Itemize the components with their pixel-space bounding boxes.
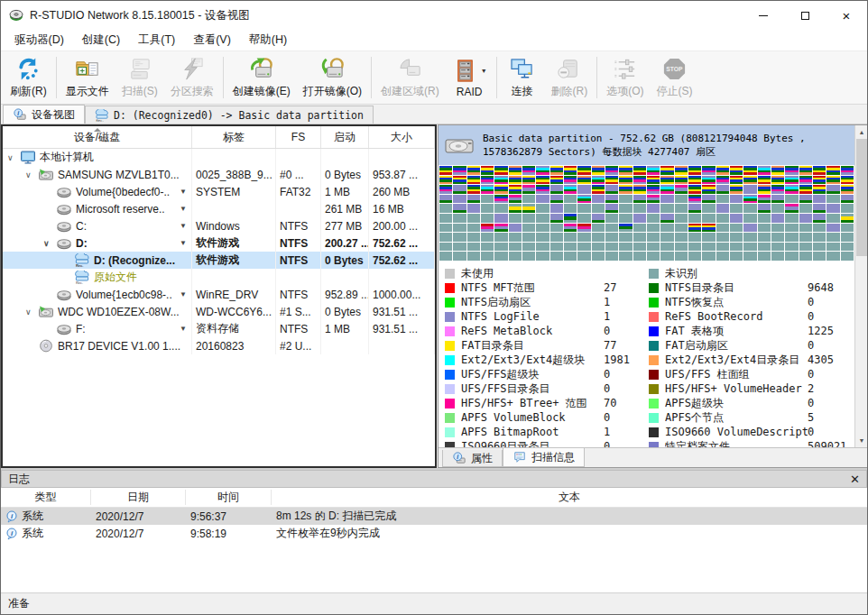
legend-value: 0 [808, 368, 853, 381]
legend-color-swatch [649, 384, 659, 394]
tree-row[interactable]: Rec.原始文件 [3, 269, 435, 286]
tree-column-header-2[interactable]: FS [276, 126, 321, 148]
block-cell [536, 243, 549, 252]
create-region-icon [397, 56, 423, 82]
block-cell [758, 252, 771, 261]
toolbar-button-show-files[interactable]: 显示文件 [60, 53, 115, 102]
toolbar-button-raid[interactable]: ▼RAID [446, 53, 494, 102]
tree-row[interactable]: C:▼WindowsNTFS277 MB200.00 ... [3, 217, 435, 234]
legend-item: NTFS启动扇区1 [445, 295, 649, 309]
collapse-chevron-icon[interactable]: ∨ [43, 239, 56, 248]
tree-row[interactable]: F:▼资料存储NTFS1 MB931.51 ... [3, 320, 435, 337]
tree-row[interactable]: ∨WDC WD10EZEX-08W...WD-WCC6Y6...#1 S...0… [3, 303, 435, 320]
tree-cell-fs [276, 269, 321, 286]
scan-block-map[interactable] [439, 165, 854, 262]
legend-label: 未使用 [461, 266, 604, 281]
toolbar-button-create-image[interactable]: 创建镜像(E) [226, 53, 297, 102]
block-cell [675, 195, 688, 204]
block-cell [467, 233, 480, 242]
tree-cell-label: SYSTEM [192, 183, 276, 200]
legend-value: 0 [604, 368, 649, 381]
block-cell [785, 214, 798, 223]
refresh-icon [15, 56, 42, 82]
collapse-chevron-icon[interactable]: ∨ [7, 153, 20, 162]
collapse-chevron-icon[interactable]: ∨ [25, 308, 38, 317]
log-column-header-3[interactable]: 文本 [272, 490, 867, 505]
block-cell [716, 185, 729, 194]
menu-item-drives[interactable]: 驱动器(D) [5, 30, 73, 50]
scan-tab-properties[interactable]: i属性 [442, 450, 503, 467]
svg-text:Rec.: Rec. [76, 280, 83, 284]
mount-dropdown-icon[interactable]: ▼ [180, 325, 189, 333]
log-column-header-2[interactable]: 时间 [186, 490, 272, 505]
collapse-chevron-icon[interactable]: ∨ [25, 170, 38, 179]
close-button[interactable]: × [826, 1, 867, 30]
log-column-header-0[interactable]: 类型 [1, 490, 91, 505]
menu-item-create[interactable]: 创建(C) [73, 30, 129, 50]
toolbar-button-refresh[interactable]: 刷新(R) [4, 53, 53, 102]
block-cell [494, 176, 507, 185]
tree-row[interactable]: Microsoft reserve..▼261 MB16 MB [3, 200, 435, 217]
scan-tab-label: 属性 [471, 451, 493, 466]
block-cell [758, 195, 771, 204]
block-cell [675, 243, 688, 252]
tree-cell-boot: 1 MB [321, 183, 369, 200]
legend-color-swatch [649, 298, 659, 308]
tab-recognized-partition[interactable]: Rec.D: (Recognized0) -> Basic data parti… [85, 106, 374, 124]
block-cell [550, 224, 563, 233]
menu-item-view[interactable]: 查看(V) [184, 30, 240, 50]
mount-dropdown-icon[interactable]: ▼ [180, 222, 189, 230]
dropdown-arrow-icon[interactable]: ▼ [481, 68, 487, 74]
scrollbar-up-arrow-icon[interactable]: ▲ [855, 125, 868, 139]
block-cell [716, 204, 729, 213]
tree-row[interactable]: Volume{0bedecf0-..▼SYSTEMFAT321 MB260 MB [3, 183, 435, 200]
toolbar-button-connect[interactable]: 连接 [500, 53, 545, 102]
tree-column-header-4[interactable]: 大小 [369, 126, 435, 148]
tree-row[interactable]: Rec.D: (Recognize...软件游戏NTFS0 Bytes752.6… [3, 252, 435, 269]
scan-scrollbar[interactable]: ▲ ▼ [854, 125, 868, 447]
toolbar-button-label: 创建区域(R) [381, 84, 439, 99]
scan-legend-right: 未识别NTFS目录条目9648NTFS恢复点0ReFS BootRecord0F… [649, 266, 853, 454]
menu-item-help[interactable]: 帮助(H) [240, 30, 296, 50]
scan-tab-scan-info[interactable]: 扫描信息 [503, 448, 585, 467]
block-cell [467, 176, 480, 185]
mount-dropdown-icon[interactable]: ▼ [180, 188, 189, 196]
block-cell [522, 224, 535, 233]
legend-item: HFS/HFS+ VolumeHeader2 [649, 381, 853, 396]
maximize-button[interactable] [784, 1, 826, 30]
mount-dropdown-icon[interactable]: ▼ [180, 239, 189, 247]
app-window: R-STUDIO Network 8.15.180015 - 设备视图 × 驱动… [0, 0, 868, 615]
tree-row[interactable]: ∨本地计算机 [3, 149, 435, 166]
tab-device-view[interactable]: i设备视图 [3, 105, 85, 124]
block-cell [439, 224, 452, 233]
log-close-icon[interactable]: ✕ [850, 473, 860, 485]
legend-label: FAT目录条目 [461, 338, 604, 353]
tree-row[interactable]: ∨D:▼软件游戏NTFS200.27 ...752.62 ... [3, 234, 435, 252]
tree-row[interactable]: BR17 DEVICE V1.00 1....20160823#2 U... [3, 337, 435, 354]
menu-item-tools[interactable]: 工具(T) [129, 30, 184, 50]
legend-label: APFS BitmapRoot [461, 426, 604, 438]
toolbar: 刷新(R)显示文件扫描(S)分区搜索创建镜像(E)打开镜像(O)创建区域(R)▼… [1, 50, 867, 105]
log-column-header-1[interactable]: 日期 [91, 490, 186, 505]
tree-column-header-3[interactable]: 启动 [321, 126, 369, 148]
tree-column-header-0[interactable]: 设备/磁盘 [3, 126, 192, 148]
block-cell [743, 176, 756, 185]
log-row[interactable]: i系统2020/12/79:56:378m 12s 的 D: 扫描已完成 [1, 508, 867, 525]
legend-color-swatch [445, 413, 455, 423]
tree-column-header-1[interactable]: 标签 [192, 126, 276, 148]
toolbar-button-open-image[interactable]: 打开镜像(O) [297, 53, 368, 102]
tree-row[interactable]: ∨SAMSUNG MZVLB1T0...0025_388B_9...#0 ...… [3, 166, 435, 183]
tree-row[interactable]: Volume{1ecb0c98-..▼WinRE_DRVNTFS952.89 .… [3, 286, 435, 303]
sort-ascending-icon [94, 128, 101, 132]
mount-dropdown-icon[interactable]: ▼ [180, 205, 189, 213]
toolbar-button-create-region: 创建区域(R) [374, 53, 446, 102]
minimize-button[interactable] [743, 1, 784, 30]
scrollbar-thumb[interactable] [856, 139, 867, 256]
log-cell-text: 文件枚举在9秒内完成 [272, 525, 867, 542]
scrollbar-down-arrow-icon[interactable]: ▼ [855, 434, 868, 447]
block-cell [467, 243, 480, 252]
tree-column-label: 启动 [334, 130, 356, 145]
legend-label: UFS/FFS超级块 [461, 367, 604, 382]
log-row[interactable]: i系统2020/12/79:58:19文件枚举在9秒内完成 [1, 525, 867, 542]
mount-dropdown-icon[interactable]: ▼ [180, 290, 189, 298]
